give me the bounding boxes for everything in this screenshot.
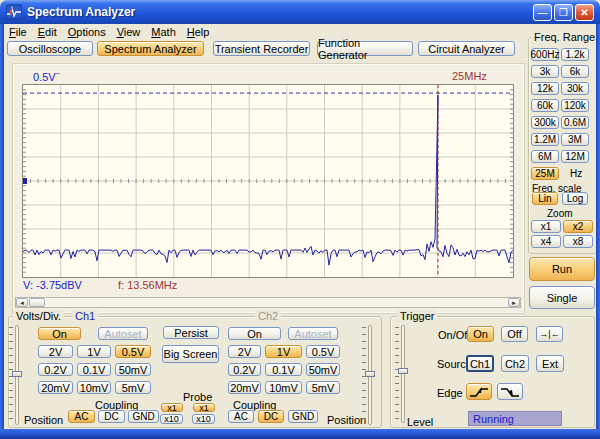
probe-ch1-x1-button[interactable]: x1: [161, 403, 183, 412]
ch2-scale-button-1v[interactable]: 1V: [265, 345, 302, 358]
ch1-scale-button-1v[interactable]: 1V: [77, 345, 111, 358]
menu-options[interactable]: Options: [63, 25, 112, 39]
freq-range-button-30k[interactable]: 30k: [561, 82, 589, 95]
trigger-on-button[interactable]: On: [467, 326, 494, 342]
freq-range-button-3m[interactable]: 3M: [561, 133, 589, 146]
freq-range-button-25m[interactable]: 25M: [531, 167, 559, 180]
ch1-scale-button-0-1v[interactable]: 0.1V: [77, 363, 111, 376]
ch2-scale-button-10mv[interactable]: 10mV: [265, 381, 302, 394]
scrollbar-thumb[interactable]: [29, 298, 45, 307]
ch1-position-slider-thumb[interactable]: [12, 371, 22, 377]
big-screen-button[interactable]: Big Screen: [162, 345, 219, 363]
freq-range-button-1-2m[interactable]: 1.2M: [531, 133, 559, 146]
run-button[interactable]: Run: [529, 257, 595, 281]
ch2-scale-button-5mv[interactable]: 5mV: [306, 381, 340, 394]
close-button[interactable]: ✕: [575, 4, 594, 21]
ch2-position-slider[interactable]: [361, 325, 375, 425]
ch1-on-button[interactable]: On: [38, 327, 81, 340]
freq-range-button-6m[interactable]: 6M: [531, 150, 559, 163]
menu-file[interactable]: File: [4, 25, 33, 39]
ch2-scale-button-20mv[interactable]: 20mV: [228, 381, 261, 394]
zoom-button-x1[interactable]: x1: [531, 220, 561, 233]
ch2-on-button[interactable]: On: [228, 327, 281, 340]
freq-range-button-6k[interactable]: 6k: [561, 65, 589, 78]
scroll-right-button[interactable]: ►: [508, 298, 520, 307]
trigger-edge-rising-button[interactable]: [466, 383, 492, 400]
ch1-scale-button-20mv[interactable]: 20mV: [38, 381, 73, 394]
ch2-coupling-button-ac[interactable]: AC: [228, 410, 254, 423]
title-bar: Spectrum Analyzer — ❒ ✕: [0, 0, 600, 24]
ch2-position-slider-thumb[interactable]: [365, 371, 375, 377]
menu-help[interactable]: Help: [182, 25, 216, 39]
freq-range-button-12m[interactable]: 12M: [561, 150, 589, 163]
ch1-scale-button-0-2v[interactable]: 0.2V: [38, 363, 73, 376]
window-border-left: [0, 22, 4, 439]
zoom-button-x4[interactable]: x4: [531, 235, 561, 248]
tab-spectrum-analyzer[interactable]: Spectrum Analyzer: [97, 41, 204, 56]
ch2-autoset-button[interactable]: Autoset: [288, 327, 338, 340]
app-window: Spectrum Analyzer — ❒ ✕ FileEditOptionsV…: [0, 0, 600, 439]
tab-transient-recorder[interactable]: Transient Recorder: [213, 41, 310, 56]
menu-edit[interactable]: Edit: [33, 25, 63, 39]
ch1-coupling-button-dc[interactable]: DC: [98, 410, 125, 423]
trigger-status: Running: [468, 411, 562, 426]
freq-range-button-3k[interactable]: 3k: [531, 65, 559, 78]
trigger-source-ch2-button[interactable]: Ch2: [501, 355, 529, 372]
menu-math[interactable]: Math: [146, 25, 181, 39]
probe-label: Probe: [183, 391, 212, 403]
freq-range-button-0-6m[interactable]: 0.6M: [561, 116, 589, 129]
falling-edge-icon: [500, 386, 520, 398]
trigger-source-ch1-button[interactable]: Ch1: [466, 355, 494, 372]
scroll-left-button[interactable]: ◄: [16, 298, 28, 307]
tab-circuit-analyzer[interactable]: Circuit Analyzer: [418, 41, 515, 56]
trigger-label: Trigger: [397, 310, 437, 322]
zoom-button-x2[interactable]: x2: [563, 220, 593, 233]
maximize-button[interactable]: ❒: [554, 4, 573, 21]
menu-view[interactable]: View: [112, 25, 147, 39]
persist-button[interactable]: Persist: [163, 326, 219, 339]
single-button[interactable]: Single: [529, 286, 595, 309]
zoom-label: Zoom: [547, 208, 573, 219]
reference-level-label: 0.5V~: [33, 70, 60, 83]
trigger-level-label: Level: [407, 416, 433, 428]
ch2-scale-button-0-5v[interactable]: 0.5V: [306, 345, 340, 358]
trigger-level-slider[interactable]: [394, 325, 408, 423]
trigger-off-button[interactable]: Off: [501, 326, 528, 342]
freq-range-button-12k[interactable]: 12k: [531, 82, 559, 95]
freq-range-button-1-2k[interactable]: 1.2k: [561, 48, 589, 61]
ch2-scale-button-0-1v[interactable]: 0.1V: [265, 363, 302, 376]
freq-range-button-120k[interactable]: 120k: [561, 99, 589, 112]
freq-range-button-60k[interactable]: 60k: [531, 99, 559, 112]
tab-oscilloscope[interactable]: Oscilloscope: [7, 41, 93, 56]
ch2-scale-button-2v[interactable]: 2V: [228, 345, 261, 358]
freq-scale-button-log[interactable]: Log: [562, 192, 588, 205]
minimize-button[interactable]: —: [533, 4, 552, 21]
ch1-coupling-button-gnd[interactable]: GND: [128, 410, 159, 423]
plot-scrollbar[interactable]: ◄ ►: [15, 297, 521, 308]
ch1-scale-button-50mv[interactable]: 50mV: [115, 363, 151, 376]
probe-ch2-x1-button[interactable]: x1: [193, 403, 215, 412]
ch2-scale-button-50mv[interactable]: 50mV: [306, 363, 340, 376]
trigger-source-ext-button[interactable]: Ext: [536, 355, 564, 372]
trigger-level-slider-thumb[interactable]: [398, 368, 408, 374]
ch1-scale-button-0-5v[interactable]: 0.5V: [115, 345, 151, 358]
ch1-scale-button-10mv[interactable]: 10mV: [77, 381, 111, 394]
ch2-scale-button-0-2v[interactable]: 0.2V: [228, 363, 261, 376]
tab-function-generator[interactable]: Function Generator: [317, 41, 413, 56]
zoom-button-x8[interactable]: x8: [563, 235, 593, 248]
ch1-coupling-button-ac[interactable]: AC: [68, 410, 95, 423]
ch1-scale-button-5mv[interactable]: 5mV: [115, 381, 151, 394]
ch2-coupling-button-dc[interactable]: DC: [258, 410, 284, 423]
probe-ch2-x10-button[interactable]: x10: [192, 414, 215, 424]
trigger-edge-falling-button[interactable]: [497, 383, 523, 400]
freq-range-button-300k[interactable]: 300k: [531, 116, 559, 129]
ch1-scale-button-2v[interactable]: 2V: [38, 345, 73, 358]
window-border-bottom: [0, 429, 600, 439]
ch1-position-slider[interactable]: [8, 325, 22, 425]
trigger-meet-button[interactable]: →|←: [536, 326, 563, 342]
ch1-autoset-button[interactable]: Autoset: [98, 327, 148, 340]
freq-range-button-600hz[interactable]: 600Hz: [531, 48, 559, 61]
ch2-coupling-button-gnd[interactable]: GND: [288, 410, 318, 423]
freq-scale-button-lin[interactable]: Lin: [532, 192, 558, 205]
probe-ch1-x10-button[interactable]: x10: [160, 414, 183, 424]
